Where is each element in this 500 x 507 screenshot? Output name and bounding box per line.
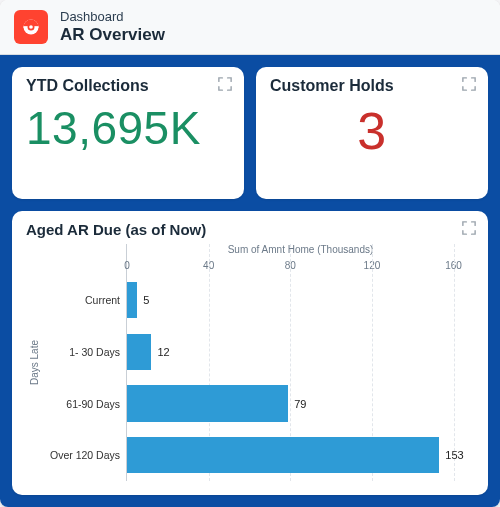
kpi-title: Customer Holds — [270, 77, 474, 95]
x-axis-ticks: 04080120160 — [127, 260, 474, 274]
bar-value-label: 5 — [143, 294, 149, 306]
x-axis-label-spacer — [44, 244, 126, 260]
bar-row: 79 — [127, 378, 474, 430]
bar-row: 5 — [127, 274, 474, 326]
bar-row: 12 — [127, 326, 474, 378]
x-axis-label: Sum of Amnt Home (Thousands) — [127, 244, 474, 260]
category-label: Current — [44, 274, 126, 326]
category-label: Over 120 Days — [44, 429, 126, 481]
svg-point-2 — [28, 25, 33, 30]
category-column: Current1- 30 Days61-90 DaysOver 120 Days — [44, 244, 126, 481]
kpi-card-customer-holds[interactable]: Customer Holds 3 — [256, 67, 488, 199]
dashboard-body: YTD Collections 13,695K Customer Holds 3… — [0, 55, 500, 507]
kpi-row: YTD Collections 13,695K Customer Holds 3 — [12, 67, 488, 199]
expand-icon[interactable] — [218, 77, 232, 91]
header-bar: Dashboard AR Overview — [0, 0, 500, 55]
tick-row-spacer — [44, 260, 126, 274]
kpi-value: 13,695K — [26, 101, 230, 155]
chart-card-aged-ar[interactable]: Aged AR Due (as of Now) Days Late Curren… — [12, 211, 488, 495]
x-tick: 0 — [124, 260, 130, 271]
header-text: Dashboard AR Overview — [60, 10, 165, 44]
chart-area: Days Late Current1- 30 Days61-90 DaysOve… — [26, 244, 474, 481]
kpi-card-ytd-collections[interactable]: YTD Collections 13,695K — [12, 67, 244, 199]
category-label: 61-90 Days — [44, 378, 126, 430]
bar-row: 153 — [127, 429, 474, 481]
expand-icon[interactable] — [462, 77, 476, 91]
dashboard-label: Dashboard — [60, 10, 165, 25]
dashboard-frame: Dashboard AR Overview YTD Collections 13… — [0, 0, 500, 507]
plot-area: Sum of Amnt Home (Thousands) 04080120160… — [126, 244, 474, 481]
chart-title: Aged AR Due (as of Now) — [26, 221, 474, 238]
kpi-title: YTD Collections — [26, 77, 230, 95]
category-labels: Current1- 30 Days61-90 DaysOver 120 Days — [44, 274, 126, 481]
page-title: AR Overview — [60, 25, 165, 45]
bar[interactable]: 153 — [127, 437, 439, 473]
bar-value-label: 12 — [157, 346, 169, 358]
category-label: 1- 30 Days — [44, 326, 126, 378]
expand-icon[interactable] — [462, 221, 476, 235]
bar[interactable]: 5 — [127, 282, 137, 318]
pokeball-icon — [21, 17, 41, 37]
kpi-value: 3 — [270, 101, 474, 161]
bar[interactable]: 12 — [127, 334, 151, 370]
bar[interactable]: 79 — [127, 385, 288, 421]
bar-value-label: 79 — [294, 398, 306, 410]
y-axis-label: Days Late — [30, 340, 41, 385]
bar-value-label: 153 — [445, 449, 463, 461]
bars-container: 51279153 — [127, 274, 474, 481]
y-axis-label-wrap: Days Late — [26, 244, 44, 481]
app-icon — [14, 10, 48, 44]
